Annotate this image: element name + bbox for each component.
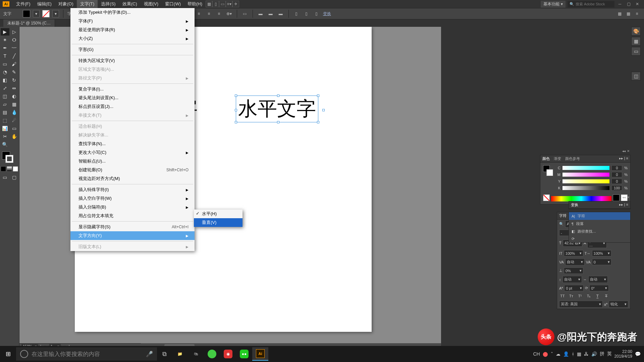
transform-link[interactable]: 变换 xyxy=(323,11,331,17)
tray-ime[interactable]: CH xyxy=(533,351,540,357)
tray-input-icon[interactable]: ▦ xyxy=(577,351,581,357)
brush-tool[interactable]: 🖌 xyxy=(10,60,19,68)
menu-extra-5[interactable]: ✈ xyxy=(232,1,239,7)
smallcaps-icon[interactable]: Tт xyxy=(569,294,574,298)
type-tool[interactable]: T xyxy=(1,52,9,60)
align-panel-icon[interactable]: ▭ xyxy=(241,10,249,17)
menu-item[interactable]: 插入空白字符(W)▶ xyxy=(70,194,195,203)
dock-color-icon[interactable]: 🎨 xyxy=(631,27,641,36)
submenu-item[interactable]: 水平(H) xyxy=(194,209,243,218)
task-view-icon[interactable]: ⧉ xyxy=(157,347,172,361)
tray-people-icon[interactable]: 👤 xyxy=(563,351,569,357)
tray-clock[interactable]: 22:002019/4/19 xyxy=(614,349,632,359)
v-align-2[interactable]: ▬ xyxy=(267,10,274,17)
dock-stroke-icon[interactable]: ▭ xyxy=(631,47,641,56)
panel-menu-icon[interactable]: ▸▸ | ≡ xyxy=(619,156,628,161)
auto1-field[interactable]: 自动▾ xyxy=(562,276,582,283)
shape-builder-tool[interactable]: ◔ xyxy=(1,68,9,76)
spectrum-bar[interactable] xyxy=(551,196,611,201)
scale-tool[interactable]: ⤢ xyxy=(1,84,9,92)
free-transform-tool[interactable]: ◫ xyxy=(1,93,9,100)
taskbar-wechat[interactable]: ●● xyxy=(236,347,252,361)
menu-select[interactable]: 选择(S) xyxy=(98,0,119,8)
subscript-icon[interactable]: T₁ xyxy=(586,294,591,298)
fill-stroke-indicator[interactable] xyxy=(1,152,18,165)
cyan-value[interactable]: 0 xyxy=(611,165,622,171)
none-mode[interactable] xyxy=(13,166,18,172)
blend-tool[interactable]: ⬚ xyxy=(1,117,9,124)
align-center-icon[interactable]: ≡ xyxy=(205,10,213,17)
panel-setup2-icon[interactable]: ▦ xyxy=(625,10,632,17)
taskbar-illustrator[interactable]: Ai xyxy=(252,347,268,361)
cyan-slider[interactable] xyxy=(562,166,609,170)
curvature-tool[interactable]: 〰 xyxy=(10,44,19,52)
hand-tool[interactable]: ✋ xyxy=(10,133,19,140)
taskbar-app-green[interactable] xyxy=(204,347,220,361)
panels-item-paragraph[interactable]: ¶段落 xyxy=(569,220,630,228)
menu-item[interactable]: 文字方向(Y)▶ xyxy=(70,231,195,240)
mesh-tool[interactable]: ▦ xyxy=(10,101,19,108)
none-color[interactable] xyxy=(543,194,550,201)
lasso-tool[interactable]: ⵔ xyxy=(10,36,19,44)
eraser-tool[interactable]: ◧ xyxy=(1,76,9,84)
stroke-preview[interactable] xyxy=(546,169,553,176)
menu-item[interactable]: 查找字体(N)... xyxy=(70,139,195,148)
symbol-tool[interactable]: ☄ xyxy=(10,117,19,124)
close-icon[interactable]: ✕ xyxy=(627,195,630,199)
workspace-switcher[interactable]: 基本功能▾ xyxy=(541,1,566,8)
menu-item[interactable]: 复合字体(I)... xyxy=(70,85,195,94)
menu-item[interactable]: 用占位符文本填充 xyxy=(70,212,195,220)
magenta-value[interactable]: 0 xyxy=(611,172,622,177)
allcaps-icon[interactable]: TT xyxy=(560,294,565,298)
tab-transform[interactable]: 变换 xyxy=(571,202,578,207)
dist-3[interactable]: ▯ xyxy=(313,10,320,17)
gradient-mode[interactable] xyxy=(7,166,12,172)
magic-wand-tool[interactable]: ✴ xyxy=(1,36,9,44)
menu-item[interactable]: 视觉边距对齐方式(M) xyxy=(70,174,195,183)
pen-tool[interactable]: ✒ xyxy=(1,44,9,52)
dist-1[interactable]: ▯ xyxy=(293,10,300,17)
black-slider[interactable] xyxy=(562,186,609,190)
shape-tool[interactable]: ◐ xyxy=(10,93,19,100)
menu-view[interactable]: 视图(V) xyxy=(141,0,162,8)
menu-help[interactable]: 帮助(H) xyxy=(184,0,206,8)
taskbar-app-red[interactable]: ◉ xyxy=(220,347,236,361)
selection-tool[interactable]: ▶ xyxy=(1,28,9,36)
menu-item[interactable]: 标点挤压设置(J)... xyxy=(70,102,195,111)
dock-swatches-icon[interactable]: ▦ xyxy=(631,37,641,46)
tray-bluetooth-icon[interactable]: ᚼ xyxy=(572,351,574,357)
menu-extra-1[interactable]: ▦ xyxy=(206,1,212,7)
menu-effect[interactable]: 效果(C) xyxy=(119,0,141,8)
menu-extra-2[interactable]: ▯ xyxy=(212,1,219,7)
pencil-tool[interactable]: ✎ xyxy=(10,68,19,76)
search-icon[interactable]: 🔍 xyxy=(559,222,564,226)
black-value[interactable]: 100 xyxy=(611,185,622,191)
start-button[interactable]: ⊞ xyxy=(0,347,16,361)
black-swatch[interactable] xyxy=(613,194,620,201)
rotate-field[interactable]: 0°▾ xyxy=(589,285,609,291)
panel-menu-icon[interactable]: ≡ xyxy=(633,10,641,17)
vscale-field[interactable]: 100%▾ xyxy=(564,250,583,256)
taskbar-search[interactable]: 在这里输入你要搜索的内容 🎤 xyxy=(16,347,157,361)
stroke-swatch[interactable] xyxy=(42,10,50,17)
yellow-slider[interactable] xyxy=(562,179,609,183)
tab-character[interactable]: 字符 xyxy=(559,213,567,218)
tray-volume-icon[interactable]: 🔊 xyxy=(591,351,597,357)
slice-tool[interactable]: ✂ xyxy=(1,133,9,140)
close-icon[interactable]: ✕ xyxy=(627,149,630,153)
tab-colorguide[interactable]: 颜色参考 xyxy=(565,156,580,161)
menu-item[interactable]: 添加 Typekit 中的字体(D)... xyxy=(70,8,195,17)
tab-color[interactable]: 颜色 xyxy=(542,156,550,161)
dock-layers-icon[interactable]: ◫ xyxy=(631,72,641,80)
menu-object[interactable]: 对象(O) xyxy=(55,0,77,8)
menu-item[interactable]: 转换为区域文字(V) xyxy=(70,56,195,65)
screen-mode-2[interactable]: ▢ xyxy=(10,174,19,181)
collapse-icon[interactable]: ◂◂ xyxy=(622,149,626,153)
menu-item[interactable]: 智能标点(U)... xyxy=(70,157,195,166)
mic-icon[interactable]: 🎤 xyxy=(146,351,153,358)
gradient-tool[interactable]: ▤ xyxy=(1,109,9,116)
maximize-button[interactable]: ▢ xyxy=(625,1,632,7)
stroke-color[interactable] xyxy=(5,155,13,163)
menu-item[interactable]: 更改大小写(C)▶ xyxy=(70,148,195,157)
mode-tool[interactable] xyxy=(10,141,19,148)
